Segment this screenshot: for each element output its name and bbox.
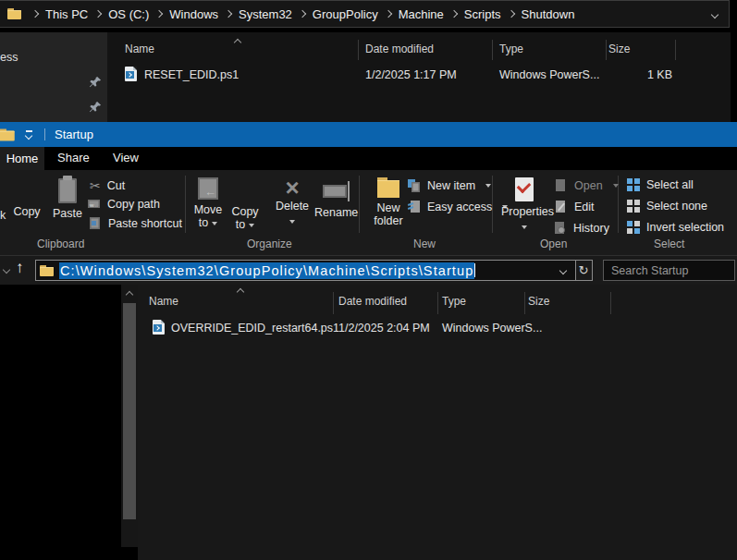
address-path-text: C:\Windows\System32\GroupPolicy\Machine\…: [59, 262, 474, 279]
chevron-down-icon: [289, 220, 295, 224]
scrollbar[interactable]: [121, 285, 138, 547]
rename-icon: [323, 185, 347, 198]
delete-x-icon: ×: [285, 174, 299, 201]
breadcrumb-item[interactable]: OS (C:): [108, 7, 149, 21]
startup-title-bar[interactable]: Startup: [0, 122, 737, 147]
breadcrumb-chevron-icon[interactable]: [225, 10, 232, 18]
chevron-down-icon: [613, 184, 619, 188]
sort-ascending-icon: [237, 288, 244, 296]
tab-view[interactable]: View: [113, 151, 139, 164]
edit-icon: [555, 201, 568, 213]
chevron-down-icon: [522, 225, 527, 229]
pin-icon[interactable]: [89, 101, 102, 114]
shutdown-file-pane: Name Date modified Type Size RESET_EDID.…: [107, 32, 731, 123]
powershell-file-icon: [153, 320, 165, 335]
folder-icon: [7, 8, 21, 19]
group-label-new: New: [413, 237, 436, 250]
file-row[interactable]: OVERRIDE_EDID_restart64.ps1 1/2/2025 2:0…: [138, 316, 737, 338]
file-name: OVERRIDE_EDID_restart64.ps1: [171, 322, 339, 335]
tab-share[interactable]: Share: [57, 151, 90, 164]
file-row[interactable]: RESET_EDID.ps1 1/2/2025 1:17 PM Windows …: [107, 63, 731, 85]
breadcrumb-item[interactable]: Machine: [399, 7, 444, 21]
search-box[interactable]: Search Startup: [603, 260, 735, 281]
column-header-name[interactable]: Name: [149, 295, 178, 308]
paste-button[interactable]: Paste: [51, 177, 84, 220]
select-none-button[interactable]: Select none: [627, 200, 707, 213]
chevron-down-icon: [249, 224, 254, 227]
powershell-file-icon: [125, 67, 137, 81]
copy-button[interactable]: Copy: [12, 177, 42, 218]
move-to-button[interactable]: ← Move to: [191, 177, 225, 229]
refresh-button[interactable]: ↻: [575, 260, 593, 281]
quick-access-toolbar-icon[interactable]: [25, 130, 33, 139]
up-arrow-button[interactable]: ↑: [16, 259, 24, 277]
pin-to-quick-access-button-fragment[interactable]: k: [0, 209, 6, 222]
breadcrumb-chevron-icon[interactable]: [507, 10, 514, 18]
breadcrumb-item[interactable]: Shutdown: [522, 7, 575, 21]
select-all-button[interactable]: Select all: [627, 178, 694, 191]
open-icon: [555, 179, 568, 192]
breadcrumb-chevron-icon[interactable]: [384, 10, 391, 18]
group-label-select: Select: [654, 237, 684, 250]
file-type: Windows PowerS...: [499, 68, 599, 81]
titlebar-separator: [44, 128, 45, 140]
delete-button[interactable]: × Delete: [274, 177, 311, 229]
address-input[interactable]: C:\Windows\System32\GroupPolicy\Machine\…: [35, 260, 576, 281]
properties-button[interactable]: Properties: [501, 177, 547, 235]
breadcrumb-chevron-icon[interactable]: [450, 10, 458, 18]
breadcrumb-chevron-icon[interactable]: [155, 10, 163, 18]
easy-access-button[interactable]: Easy access: [408, 201, 508, 213]
nav-item-fragment[interactable]: ess: [0, 51, 18, 64]
rename-button[interactable]: Rename: [314, 177, 355, 219]
breadcrumb-item[interactable]: System32: [239, 7, 292, 21]
breadcrumb-item[interactable]: Windows: [169, 7, 218, 21]
copy-to-button[interactable]: Copy to: [228, 177, 262, 231]
group-label-clipboard: Clipboard: [37, 237, 84, 250]
select-none-icon: [627, 200, 640, 213]
search-placeholder: Search Startup: [611, 264, 688, 277]
copy-path-icon: w...: [88, 198, 101, 211]
column-header-type[interactable]: Type: [499, 43, 523, 55]
startup-file-pane: Name Date modified Type Size OVERRIDE_ED…: [138, 285, 737, 560]
breadcrumb-item[interactable]: Scripts: [464, 7, 501, 21]
scrollbar-up-arrow-icon[interactable]: [126, 291, 133, 298]
new-item-button[interactable]: New item: [408, 179, 491, 192]
chevron-down-icon: [485, 184, 491, 188]
breadcrumb-chevron-icon[interactable]: [94, 10, 102, 18]
edit-button[interactable]: Edit: [555, 201, 595, 213]
tab-home[interactable]: Home: [0, 147, 44, 170]
shutdown-address-bar[interactable]: This PC OS (C:) Windows System32 GroupPo…: [0, 0, 730, 28]
text-cursor: [474, 263, 475, 277]
paste-shortcut-button[interactable]: Paste shortcut: [89, 217, 182, 230]
app-folder-icon: [0, 128, 15, 140]
breadcrumb-chevron-icon[interactable]: [299, 10, 306, 18]
breadcrumb-chevron-icon[interactable]: [31, 10, 39, 18]
recent-locations-chevron-icon[interactable]: [3, 266, 10, 274]
column-header-size[interactable]: Size: [608, 43, 630, 55]
copy-icon: [17, 177, 37, 201]
new-item-icon: [408, 179, 421, 192]
pin-icon[interactable]: [89, 76, 102, 89]
column-header-size[interactable]: Size: [528, 295, 549, 308]
column-header-date-modified[interactable]: Date modified: [365, 43, 434, 55]
select-all-icon: [627, 178, 640, 191]
column-header-date-modified[interactable]: Date modified: [338, 295, 407, 308]
column-header-name[interactable]: Name: [125, 43, 154, 55]
cut-button[interactable]: ✂ Cut: [90, 178, 125, 193]
column-header-type[interactable]: Type: [442, 295, 466, 308]
move-to-icon: ←: [198, 177, 218, 200]
breadcrumb-item[interactable]: GroupPolicy: [313, 7, 378, 21]
group-label-organize: Organize: [247, 237, 292, 250]
scrollbar-thumb[interactable]: [123, 303, 136, 519]
new-folder-button[interactable]: New folder: [368, 177, 409, 227]
open-button[interactable]: Open: [555, 179, 619, 192]
copy-path-button[interactable]: w... Copy path: [88, 198, 160, 211]
file-size: 1 KB: [646, 68, 672, 81]
ribbon: k Copy Paste ✂ Cut w... Copy path Paste …: [0, 170, 737, 256]
invert-selection-button[interactable]: Invert selection: [627, 221, 724, 234]
address-dropdown-chevron-icon[interactable]: [559, 267, 567, 274]
history-button[interactable]: History: [554, 222, 609, 235]
address-history-chevron-icon[interactable]: [711, 11, 719, 18]
breadcrumb-item[interactable]: This PC: [45, 7, 88, 21]
copy-to-icon: [235, 177, 255, 201]
